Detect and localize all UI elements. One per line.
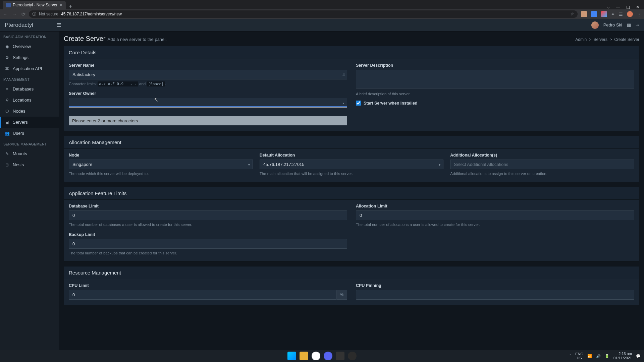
- server-owner-select[interactable]: ▴: [69, 98, 347, 107]
- chevron-down-icon: ▾: [248, 163, 250, 167]
- allocation-limit-help: The total number of allocations a user i…: [356, 222, 634, 227]
- mounts-icon: ✎: [5, 152, 9, 156]
- reading-list-icon[interactable]: ☰: [619, 12, 623, 17]
- sidebar-item-mounts[interactable]: ✎Mounts: [0, 148, 59, 159]
- brand-logo[interactable]: Pterodactyl: [5, 22, 57, 28]
- extension-icon[interactable]: [601, 11, 607, 17]
- server-description-input[interactable]: [356, 70, 634, 88]
- chevron-down-icon: ▾: [439, 163, 440, 167]
- cpu-pinning-label: CPU Pinning: [356, 283, 634, 288]
- users-icon: 👥: [5, 131, 9, 136]
- server-name-input[interactable]: [69, 70, 347, 79]
- new-tab-button[interactable]: +: [66, 3, 75, 9]
- server-name-label: Server Name: [69, 63, 347, 68]
- node-label: Node: [69, 153, 253, 158]
- back-icon[interactable]: ←: [3, 11, 7, 17]
- sidebar-item-application-api[interactable]: ⌘Application API: [0, 63, 59, 74]
- forward-icon[interactable]: →: [12, 11, 17, 17]
- breadcrumb: Admin > Servers > Create Server: [575, 37, 639, 42]
- sidebar-item-databases[interactable]: ≡Databases: [0, 83, 59, 95]
- allocation-limit-input[interactable]: [356, 210, 634, 220]
- node-select[interactable]: Singapore ▾: [69, 160, 253, 169]
- cpu-limit-input[interactable]: [69, 290, 336, 300]
- default-allocation-select[interactable]: 45.76.187.217:27015 ▾: [260, 160, 444, 169]
- view-site-icon[interactable]: ▦: [627, 22, 631, 27]
- default-allocation-help: The main allocation that will be assigne…: [260, 171, 444, 176]
- panel-heading: Allocation Management: [64, 136, 639, 149]
- star-icon[interactable]: ☆: [571, 12, 574, 16]
- extension-icon[interactable]: [581, 11, 587, 17]
- start-when-installed-checkbox[interactable]: [356, 101, 361, 106]
- allocation-limit-label: Allocation Limit: [356, 204, 634, 208]
- sidebar-item-overview[interactable]: ◉Overview: [0, 41, 59, 52]
- overview-icon: ◉: [5, 44, 9, 49]
- database-limit-input[interactable]: [69, 210, 347, 220]
- panel-core-details: Core Details Server Name ◫ Character lim…: [64, 46, 639, 131]
- node-help: The node which this server will be deplo…: [69, 171, 253, 176]
- cpu-pinning-input[interactable]: [356, 290, 634, 300]
- browser-chrome: Pterodactyl - New Server × + ⌄ — ▢ ✕ ← →…: [0, 0, 644, 19]
- browser-tab[interactable]: Pterodactyl - New Server ×: [3, 1, 66, 9]
- databases-icon: ≡: [5, 87, 9, 92]
- hamburger-icon[interactable]: ☰: [57, 22, 61, 28]
- breadcrumb-link[interactable]: Servers: [594, 37, 607, 42]
- nests-icon: ⊞: [5, 163, 9, 167]
- sidebar-item-label: Nests: [13, 162, 24, 167]
- menu-icon[interactable]: ⋮: [637, 12, 641, 17]
- address-bar: ← → ⟳ ⓘ Not secure 45.76.187.217/admin/s…: [0, 9, 644, 19]
- panel-heading: Application Feature Limits: [64, 187, 639, 200]
- owner-search-message: Please enter 2 or more characters: [69, 116, 347, 125]
- sidebar-heading: SERVICE MANAGEMENT: [0, 139, 59, 148]
- database-limit-label: Database Limit: [69, 204, 347, 208]
- server-owner-label: Server Owner: [69, 91, 347, 96]
- additional-allocations-help: Additional allocations to assign to this…: [450, 171, 634, 176]
- sidebar-item-label: Nodes: [13, 109, 25, 114]
- main-content: Create Server Add a new server to the pa…: [59, 32, 644, 350]
- server-description-label: Server Description: [356, 63, 634, 68]
- chevron-down-icon[interactable]: ⌄: [607, 5, 610, 9]
- backup-limit-input[interactable]: [69, 239, 347, 249]
- url-input[interactable]: ⓘ Not secure 45.76.187.217/admin/servers…: [29, 10, 578, 18]
- logout-icon[interactable]: ⇥: [636, 22, 639, 27]
- sidebar-item-settings[interactable]: ⚙Settings: [0, 52, 59, 63]
- user-name: Pedro Ski: [603, 22, 622, 27]
- sidebar-heading: BASIC ADMINISTRATION: [0, 32, 59, 41]
- minimize-icon[interactable]: —: [616, 5, 620, 9]
- panel-heading: Core Details: [64, 46, 639, 59]
- maximize-icon[interactable]: ▢: [626, 5, 630, 9]
- close-window-icon[interactable]: ✕: [636, 5, 639, 9]
- owner-search-wrap: [69, 107, 347, 116]
- sidebar-item-nodes[interactable]: ⬡Nodes: [0, 106, 59, 117]
- backup-limit-label: Backup Limit: [69, 232, 347, 237]
- panel-resource-management: Resource Management CPU Limit % CPU Pinn…: [64, 266, 639, 305]
- sidebar-item-nests[interactable]: ⊞Nests: [0, 159, 59, 170]
- cpu-limit-unit: %: [336, 290, 347, 300]
- sidebar: BASIC ADMINISTRATION◉Overview⚙Settings⌘A…: [0, 32, 59, 350]
- avatar[interactable]: [591, 21, 599, 29]
- breadcrumb-link[interactable]: Admin: [575, 37, 587, 42]
- tab-title: Pterodactyl - New Server: [13, 3, 57, 7]
- extensions-icon[interactable]: ✦: [611, 12, 615, 17]
- sidebar-item-servers[interactable]: ▣Servers: [0, 117, 59, 128]
- panel-feature-limits: Application Feature Limits Database Limi…: [64, 187, 639, 261]
- owner-search-input[interactable]: [69, 107, 347, 116]
- sidebar-item-label: Overview: [13, 44, 31, 49]
- additional-allocations-select[interactable]: Select Additional Allocations: [450, 160, 634, 169]
- sidebar-item-label: Databases: [13, 86, 34, 92]
- backup-limit-help: The total number of backups that can be …: [69, 250, 347, 256]
- default-allocation-label: Default Allocation: [260, 153, 444, 158]
- extension-icon[interactable]: [591, 11, 597, 17]
- reload-icon[interactable]: ⟳: [21, 11, 25, 17]
- sidebar-item-users[interactable]: 👥Users: [0, 128, 59, 139]
- security-badge: Not secure: [39, 12, 58, 16]
- sidebar-item-label: Settings: [13, 55, 29, 60]
- profile-icon[interactable]: [627, 11, 633, 17]
- close-tab-icon[interactable]: ×: [59, 2, 62, 8]
- sidebar-item-locations[interactable]: ⚲Locations: [0, 95, 59, 106]
- sidebar-item-label: Application API: [13, 66, 42, 71]
- chevron-up-icon: ▴: [342, 101, 344, 105]
- start-when-installed-label: Start Server when Installed: [364, 101, 417, 106]
- info-icon[interactable]: ⓘ: [32, 11, 36, 17]
- sidebar-item-label: Users: [13, 131, 24, 136]
- url-text: 45.76.187.217/admin/servers/new: [61, 12, 122, 16]
